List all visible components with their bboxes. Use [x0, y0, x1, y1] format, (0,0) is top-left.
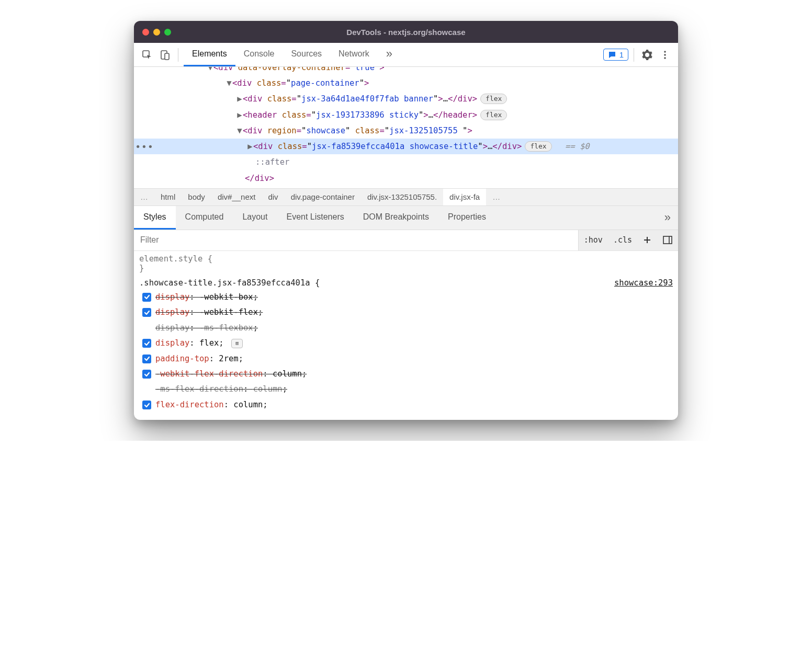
breadcrumb-overflow-left[interactable]: … — [134, 192, 154, 201]
styles-filter-input[interactable] — [134, 235, 578, 245]
svg-point-4 — [664, 54, 666, 56]
console-reference: == $0 — [560, 142, 590, 151]
toggle-hover-button[interactable]: :hov — [579, 230, 608, 250]
breadcrumb-item[interactable]: div.page-container — [285, 189, 361, 205]
breadcrumb-item-active[interactable]: div.jsx-fa — [443, 189, 486, 205]
css-value[interactable]: column — [273, 369, 302, 379]
css-declaration[interactable]: display: flex;▥ — [139, 336, 673, 351]
dom-node[interactable]: ▶<div class="jsx-3a64d1ae4f0f7fab banner… — [134, 91, 678, 107]
css-declaration[interactable]: display: -ms-flexbox; — [139, 321, 673, 336]
subtab-properties[interactable]: Properties — [438, 206, 495, 230]
toggle-property-checkbox[interactable] — [142, 370, 151, 379]
css-property[interactable]: padding-top — [155, 354, 209, 363]
css-property[interactable]: -ms-flex-direction — [155, 384, 243, 394]
css-value[interactable]: column — [253, 384, 283, 394]
filter-tools: :hov .cls — [578, 230, 678, 250]
rule-selector[interactable]: .showcase-title.jsx-fa8539efcca401a { — [139, 278, 320, 288]
kebab-menu-icon[interactable] — [657, 47, 673, 63]
subtab-styles[interactable]: Styles — [134, 206, 176, 230]
issues-count: 1 — [619, 50, 624, 59]
css-value[interactable]: -webkit-box — [199, 292, 253, 302]
tab-sources[interactable]: Sources — [283, 43, 330, 66]
subtab-computed[interactable]: Computed — [176, 206, 233, 230]
selected-indicator-icon: ••• — [134, 139, 155, 154]
toggle-property-checkbox[interactable] — [142, 293, 151, 302]
css-property[interactable]: display — [155, 307, 189, 317]
separator — [178, 48, 178, 62]
subtab-dom-breakpoints[interactable]: DOM Breakpoints — [354, 206, 438, 230]
flex-badge[interactable]: flex — [525, 141, 551, 152]
breadcrumb-item[interactable]: div — [262, 189, 284, 205]
element-style-header[interactable]: element.style { — [139, 254, 673, 264]
dom-node[interactable]: ▼<div class="page-container"> — [134, 75, 678, 91]
css-declaration[interactable]: flex-direction: column; — [139, 397, 673, 413]
subtab-layout[interactable]: Layout — [233, 206, 277, 230]
breadcrumb-item[interactable]: div.jsx-1325105755. — [361, 189, 443, 205]
dom-tree[interactable]: ▼<div data-overlay-container="true"> ▼<d… — [134, 67, 678, 188]
dom-node-selected[interactable]: ••• ▶<div class="jsx-fa8539efcca401a sho… — [134, 139, 678, 154]
toggle-property-checkbox[interactable] — [142, 308, 151, 317]
svg-rect-6 — [663, 236, 672, 244]
new-style-rule-button[interactable] — [637, 230, 657, 250]
titlebar: DevTools - nextjs.org/showcase — [134, 21, 678, 43]
flex-badge[interactable]: flex — [480, 110, 507, 120]
css-value[interactable]: -webkit-flex — [199, 307, 258, 317]
svg-point-5 — [664, 57, 666, 59]
css-value[interactable]: -ms-flexbox — [199, 323, 253, 333]
toggle-rendering-panel-icon[interactable] — [657, 230, 678, 250]
css-declaration[interactable]: -ms-flex-direction: column; — [139, 382, 673, 397]
svg-point-3 — [664, 51, 666, 53]
panel-tabs: Elements Console Sources Network » — [184, 43, 401, 66]
devtools-window: DevTools - nextjs.org/showcase Elements … — [134, 21, 678, 420]
inspect-element-icon[interactable] — [139, 47, 155, 63]
issues-badge[interactable]: 1 — [603, 49, 628, 61]
dom-node[interactable]: ▼<div region="showcase" class="jsx-13251… — [134, 123, 678, 139]
declarations-list: display: -webkit-box;display: -webkit-fl… — [139, 290, 673, 413]
sidebar-tabs: Styles Computed Layout Event Listeners D… — [134, 206, 678, 230]
breadcrumb-item[interactable]: div#__next — [211, 189, 262, 205]
dom-node[interactable]: ▼<div data-overlay-container="true"> — [134, 67, 678, 75]
tab-elements[interactable]: Elements — [184, 43, 235, 66]
checkbox-spacer — [142, 385, 151, 394]
flex-editor-icon[interactable]: ▥ — [231, 339, 243, 348]
css-declaration[interactable]: -webkit-flex-direction: column; — [139, 367, 673, 382]
dom-close[interactable]: </div> — [134, 170, 678, 186]
toggle-classes-button[interactable]: .cls — [608, 230, 637, 250]
css-value[interactable]: flex — [199, 338, 219, 348]
toggle-property-checkbox[interactable] — [142, 401, 151, 409]
breadcrumb-overflow-right[interactable]: … — [486, 192, 506, 201]
flex-badge[interactable]: flex — [480, 94, 507, 104]
css-property[interactable]: display — [155, 338, 189, 348]
css-value[interactable]: column — [233, 400, 263, 409]
tab-console[interactable]: Console — [235, 43, 283, 66]
toggle-property-checkbox[interactable] — [142, 339, 151, 348]
dom-node[interactable]: ▶<header class="jsx-1931733896 sticky">…… — [134, 107, 678, 123]
styles-pane: element.style { } .showcase-title.jsx-fa… — [134, 251, 678, 420]
css-declaration[interactable]: padding-top: 2rem; — [139, 351, 673, 367]
device-toolbar-icon[interactable] — [157, 47, 173, 63]
css-property[interactable]: -webkit-flex-direction — [155, 369, 263, 379]
css-property[interactable]: flex-direction — [155, 400, 224, 409]
dom-pseudo[interactable]: ::after — [134, 154, 678, 170]
settings-icon[interactable] — [639, 47, 655, 63]
css-declaration[interactable]: display: -webkit-flex; — [139, 305, 673, 320]
breadcrumb-item[interactable]: html — [154, 189, 182, 205]
element-style-close: } — [139, 264, 673, 273]
svg-rect-2 — [165, 53, 169, 60]
more-subtabs-icon[interactable]: » — [657, 211, 678, 224]
toggle-property-checkbox[interactable] — [142, 355, 151, 363]
css-declaration[interactable]: display: -webkit-box; — [139, 290, 673, 305]
css-value[interactable]: 2rem — [219, 354, 238, 363]
more-tabs-icon[interactable]: » — [378, 43, 401, 66]
window-title: DevTools - nextjs.org/showcase — [134, 28, 678, 37]
filter-bar: :hov .cls — [134, 230, 678, 251]
rule-source-link[interactable]: showcase:293 — [614, 278, 673, 288]
css-property[interactable]: display — [155, 292, 189, 302]
checkbox-spacer — [142, 324, 151, 333]
tab-network[interactable]: Network — [330, 43, 378, 66]
css-property[interactable]: display — [155, 323, 189, 333]
breadcrumb-item[interactable]: body — [182, 189, 211, 205]
separator — [634, 48, 634, 62]
main-toolbar: Elements Console Sources Network » 1 — [134, 43, 678, 67]
subtab-event-listeners[interactable]: Event Listeners — [277, 206, 353, 230]
